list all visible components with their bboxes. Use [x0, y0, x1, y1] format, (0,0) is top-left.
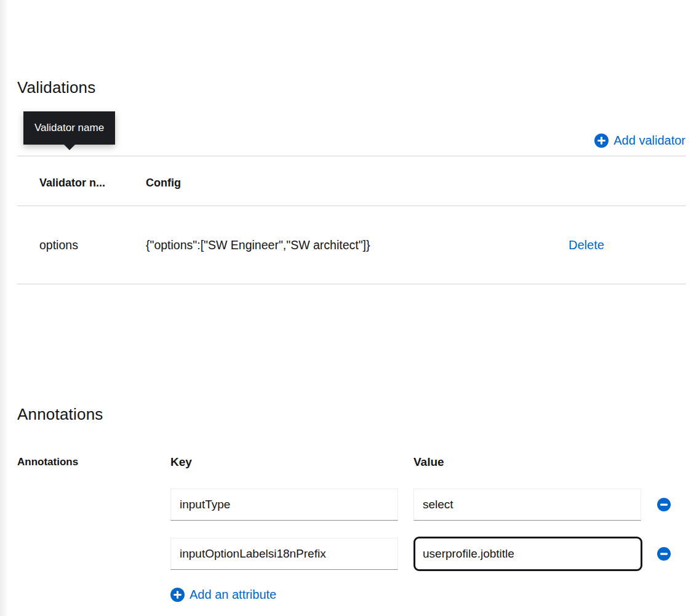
annotation-key-input[interactable]	[170, 489, 398, 521]
form-content: Validations Validator name Add validator…	[0, 77, 691, 604]
annotations-form: Annotations Key Value	[17, 454, 685, 604]
add-validator-label: Add validator	[613, 134, 685, 148]
value-column-header: Value	[413, 454, 641, 470]
delete-validator-link[interactable]: Delete	[569, 238, 604, 252]
validations-section-title: Validations	[17, 77, 685, 98]
validations-toolbar: Validator name Add validator	[17, 98, 685, 156]
annotations-field-label: Annotations	[17, 454, 170, 470]
minus-circle-icon	[657, 547, 671, 561]
annotations-header-row: Annotations Key Value	[17, 454, 685, 470]
key-column-header: Key	[170, 454, 398, 470]
annotation-key-input[interactable]	[170, 538, 398, 570]
validators-table-header: Validator n... Config	[17, 156, 685, 206]
tooltip-arrow	[63, 144, 76, 150]
annotations-section-title: Annotations	[17, 404, 685, 425]
column-header-config: Config	[146, 176, 569, 190]
add-attribute-label: Add an attribute	[190, 588, 276, 602]
remove-attribute-button[interactable]	[657, 547, 671, 561]
validator-name-tooltip: Validator name	[23, 111, 115, 145]
add-validator-button[interactable]: Add validator	[594, 134, 685, 148]
annotations-footer-row: Add an attribute	[17, 588, 685, 604]
column-header-actions	[569, 176, 685, 190]
validator-name-cell: options	[39, 238, 146, 252]
validator-config-cell: {"options":["SW Engineer","SW architect"…	[146, 238, 569, 252]
validator-table-row: options {"options":["SW Engineer","SW ar…	[17, 206, 685, 284]
tooltip-text: Validator name	[34, 122, 104, 134]
remove-attribute-button[interactable]	[657, 498, 671, 511]
add-attribute-button[interactable]: Add an attribute	[170, 588, 276, 602]
annotation-value-input-focused[interactable]	[413, 537, 642, 571]
plus-circle-icon	[594, 134, 609, 148]
annotation-value-input[interactable]	[413, 489, 641, 521]
annotation-row	[17, 489, 685, 521]
plus-circle-icon	[170, 588, 185, 602]
minus-circle-icon	[657, 498, 671, 511]
annotation-row	[17, 537, 685, 571]
column-header-validator-name: Validator n...	[39, 176, 146, 190]
